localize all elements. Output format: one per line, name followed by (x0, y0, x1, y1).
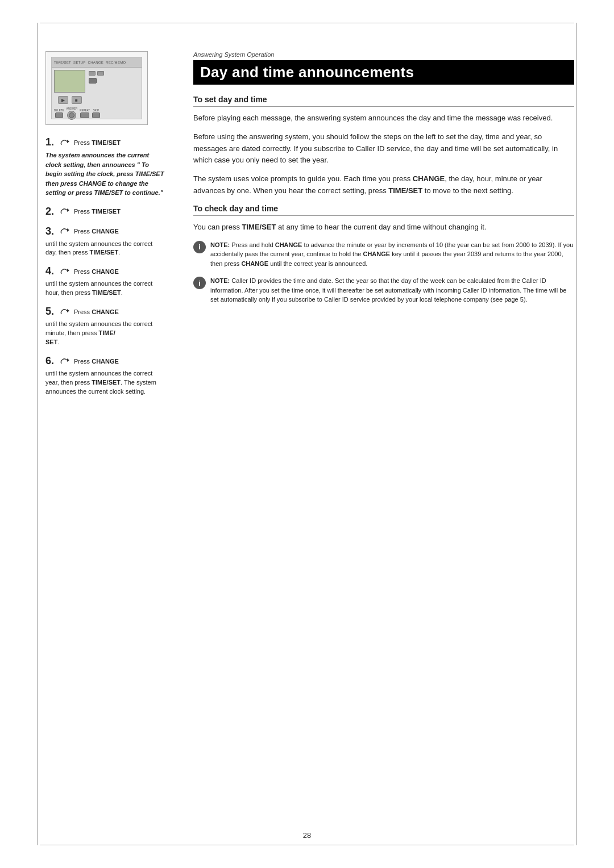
note-text-2: NOTE: Caller ID provides the time and da… (210, 276, 574, 304)
body-text-2: Before using the answering system, you s… (193, 131, 574, 166)
step-3-icon (59, 227, 72, 236)
device-bottom-controls: DELETE ANSWER REPEAT SKIP (52, 106, 142, 121)
page-title: Day and time announcements (193, 60, 574, 85)
note-text-1: NOTE: Press and hold CHANGE to advance t… (210, 240, 574, 269)
step-2-number: 2. (45, 206, 56, 218)
step-1: 1. Press TIME/SET The system announces t… (45, 136, 165, 198)
step-3: 3. Press CHANGE until the system announc… (45, 226, 165, 258)
step-5: 5. Press CHANGE until the system announc… (45, 306, 165, 347)
subsection-1-title: To set day and time (193, 95, 574, 107)
body-text-4: You can press TIME/SET at any time to he… (193, 222, 574, 233)
step-6-key: Press CHANGE (74, 358, 119, 365)
page: TIME/SET SETUP CHANGE REC/MEMO ▶ (0, 0, 614, 868)
step-3-number: 3. (45, 226, 56, 237)
step-1-number: 1. (45, 136, 56, 148)
step-5-body: until the system announces the correct m… (45, 320, 165, 347)
body-text-1: Before playing each message, the answeri… (193, 112, 574, 124)
right-border-line (576, 23, 577, 845)
step-2: 2. Press TIME/SET (45, 206, 165, 218)
device-display (54, 70, 85, 93)
step-1-key: Press TIME/SET (74, 139, 121, 146)
step-4-number: 4. (45, 265, 56, 277)
step-6-number: 6. (45, 355, 56, 367)
device-image: TIME/SET SETUP CHANGE REC/MEMO ▶ (45, 51, 148, 125)
svg-marker-1 (67, 208, 69, 212)
svg-marker-3 (67, 269, 69, 272)
step-4-header: 4. Press CHANGE (45, 265, 165, 277)
note-icon-1: i (193, 241, 206, 253)
step-3-body: until the system announces the correct d… (45, 240, 165, 258)
svg-marker-5 (67, 358, 69, 362)
step-6-icon (59, 357, 72, 366)
section-label: Answering System Operation (193, 51, 574, 58)
body-text-3: The system uses voice prompts to guide y… (193, 173, 574, 197)
svg-marker-4 (67, 309, 69, 312)
left-border-line (37, 23, 38, 845)
step-6-header: 6. Press CHANGE (45, 355, 165, 367)
device-top-bar: TIME/SET SETUP CHANGE REC/MEMO (52, 57, 142, 68)
step-3-key: Press CHANGE (74, 228, 119, 235)
step-1-announce: The system announces the current clock s… (45, 151, 165, 198)
step-2-key: Press TIME/SET (74, 208, 121, 215)
page-number: 28 (303, 831, 311, 840)
step-6-body: until the system announces the correct y… (45, 369, 165, 397)
step-3-header: 3. Press CHANGE (45, 226, 165, 237)
note-icon-2: i (193, 277, 206, 289)
step-5-number: 5. (45, 306, 56, 318)
device-diagram: TIME/SET SETUP CHANGE REC/MEMO ▶ (51, 57, 142, 119)
note-box-2: i NOTE: Caller ID provides the time and … (193, 276, 574, 304)
left-column: TIME/SET SETUP CHANGE REC/MEMO ▶ (0, 34, 176, 834)
svg-marker-0 (67, 140, 69, 143)
subsection-2-title: To check day and time (193, 204, 574, 216)
right-column: Answering System Operation Day and time … (176, 34, 614, 834)
step-1-header: 1. Press TIME/SET (45, 136, 165, 148)
step-5-key: Press CHANGE (74, 308, 119, 315)
step-5-icon (59, 307, 72, 316)
step-5-header: 5. Press CHANGE (45, 306, 165, 318)
note-box-1: i NOTE: Press and hold CHANGE to advance… (193, 240, 574, 269)
step-2-icon (59, 207, 72, 216)
step-4: 4. Press CHANGE until the system announc… (45, 265, 165, 298)
step-6: 6. Press CHANGE until the system announc… (45, 355, 165, 397)
step-2-header: 2. Press TIME/SET (45, 206, 165, 218)
step-4-body: until the system announces the correct h… (45, 279, 165, 298)
svg-marker-2 (67, 228, 69, 232)
step-4-key: Press CHANGE (74, 268, 119, 275)
step-1-icon (59, 138, 72, 147)
step-4-icon (59, 267, 72, 276)
